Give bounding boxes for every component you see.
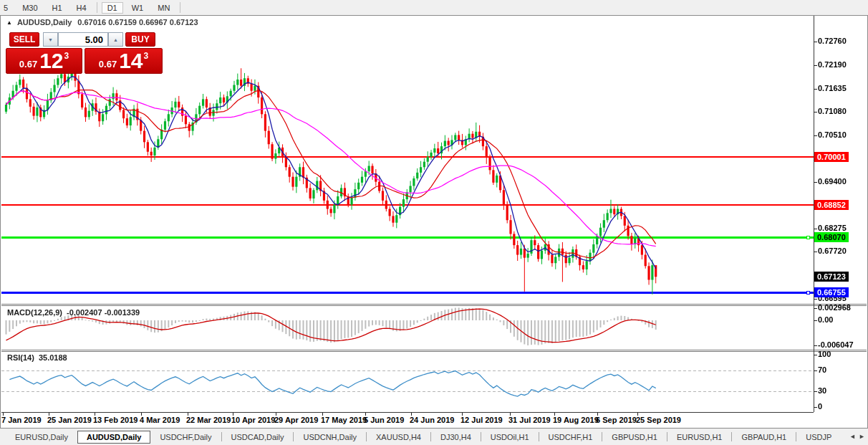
sell-price-box[interactable]: 0.67 12 3 xyxy=(6,48,82,74)
rsi-value: 35.0188 xyxy=(39,353,67,362)
chart-header: ▲ AUDUSD,Daily 0.67016 0.67159 0.66967 0… xyxy=(6,18,198,27)
macd-axis-label: 0.00 xyxy=(818,315,833,324)
current-price-badge[interactable]: 0.67123 xyxy=(814,272,849,282)
price-axis-tick xyxy=(814,135,817,136)
date-axis-label: 25 Jan 2019 xyxy=(47,416,92,424)
tab-gbpusd-h1[interactable]: GBPUSD,H1 xyxy=(602,431,667,444)
tab-audusd-daily[interactable]: AUDUSD,Daily xyxy=(77,431,150,444)
level-drag-handle[interactable] xyxy=(806,291,810,295)
price-axis-label: 0.72190 xyxy=(818,60,847,69)
tf-w1-button[interactable]: W1 xyxy=(126,2,150,14)
chart-ohlc-values: 0.67016 0.67159 0.66967 0.67123 xyxy=(77,18,198,27)
price-axis-label: 0.71080 xyxy=(818,107,847,115)
rsi-indicator-label: RSI(14)35.0188 xyxy=(7,353,72,362)
tab-usdcnh-daily[interactable]: USDCNH,Daily xyxy=(294,431,366,444)
price-axis-tick xyxy=(814,345,817,346)
buy-button[interactable]: BUY xyxy=(125,32,155,47)
level-price-badge[interactable]: 0.66755 xyxy=(814,287,849,297)
price-axis-tick xyxy=(814,299,817,300)
volume-input[interactable] xyxy=(58,32,108,47)
rsi-axis-label: 0 xyxy=(818,402,822,411)
price-axis-line xyxy=(814,16,814,412)
sell-price-sup: 3 xyxy=(64,51,69,61)
buy-price-big: 14 xyxy=(119,50,143,72)
sell-button[interactable]: SELL xyxy=(9,32,39,47)
tab-usdchf-h1[interactable]: USDCHF,H1 xyxy=(539,431,602,444)
date-axis-label: 10 Apr 2019 xyxy=(231,416,275,424)
date-axis-label: 31 Jul 2019 xyxy=(508,416,551,424)
level-drag-handle[interactable] xyxy=(806,236,810,239)
price-axis-tick xyxy=(814,391,817,392)
rsi-name: RSI(14) xyxy=(7,353,34,362)
price-axis-tick xyxy=(814,42,817,42)
timeframe-toolbar: 5 M30 H1 H4 D1 W1 MN xyxy=(0,0,868,15)
date-axis-label: 29 Apr 2019 xyxy=(274,416,318,424)
tab-dj30-h4[interactable]: DJ30,H4 xyxy=(431,431,481,444)
date-axis-label: 13 Feb 2019 xyxy=(93,416,138,424)
chart-tab-bar: EURUSD,DailyAUDUSD,DailyUSDCHF,DailyUSDC… xyxy=(0,429,868,445)
triangle-down-icon: ▼ xyxy=(48,37,53,42)
price-axis-tick xyxy=(814,355,817,355)
tab-gbpaud-h1[interactable]: GBPAUD,H1 xyxy=(732,431,796,444)
price-axis-tick xyxy=(814,112,817,113)
tab-eurusd-h1[interactable]: EURUSD,H1 xyxy=(667,431,732,444)
date-axis-label: 19 Aug 2019 xyxy=(553,416,599,424)
price-axis-tick xyxy=(814,308,817,309)
volume-decrease-button[interactable]: ▼ xyxy=(43,32,58,47)
buy-price-box[interactable]: 0.67 14 3 xyxy=(85,48,163,74)
macd-indicator-label: MACD(12,26,9)-0.002407 -0.001339 xyxy=(7,308,144,317)
date-axis-label: 7 Jan 2019 xyxy=(1,416,42,424)
panel-separator[interactable] xyxy=(1,350,867,350)
toolbar-separator xyxy=(97,2,97,13)
price-axis-tick xyxy=(814,229,817,229)
tf-mn-button[interactable]: MN xyxy=(152,2,175,14)
date-axis-line xyxy=(1,412,814,413)
tab-usdchf-daily[interactable]: USDCHF,Daily xyxy=(150,431,221,444)
rsi-axis-label: 30 xyxy=(818,386,826,395)
rsi-axis-label: 70 xyxy=(818,365,826,374)
level-price-badge[interactable]: 0.68852 xyxy=(814,200,849,210)
tab-xauusd-h4[interactable]: XAUUSD,H4 xyxy=(367,431,430,444)
price-axis-label: 0.68275 xyxy=(818,224,847,232)
price-axis-tick xyxy=(814,370,817,371)
panel-separator xyxy=(1,305,867,306)
tf-h4-button[interactable]: H4 xyxy=(71,2,92,14)
toolbar-separator xyxy=(180,2,180,13)
tab-scroll-right-button[interactable]: ► xyxy=(859,433,865,440)
price-axis-label: 0.71635 xyxy=(818,84,847,92)
date-axis-label: 6 Sep 2019 xyxy=(596,416,637,424)
price-axis-tick xyxy=(814,65,817,66)
volume-increase-button[interactable]: ▲ xyxy=(108,32,123,47)
tf-m5-button[interactable]: 5 xyxy=(0,2,14,14)
rsi-panel-canvas[interactable] xyxy=(1,352,814,411)
macd-axis-label: -0.006047 xyxy=(818,340,854,349)
tf-d1-button[interactable]: D1 xyxy=(102,2,123,14)
level-price-badge[interactable]: 0.68070 xyxy=(814,232,849,242)
buy-price-small: 0.67 xyxy=(99,59,117,70)
tab-scroll-left-button[interactable]: ◄ xyxy=(849,433,856,440)
level-price-badge[interactable]: 0.70001 xyxy=(814,152,849,162)
price-axis-tick xyxy=(814,407,817,408)
date-axis-label: 24 Jun 2019 xyxy=(410,416,454,424)
date-axis-label: 25 Sep 2019 xyxy=(636,416,681,424)
macd-name: MACD(12,26,9) xyxy=(7,308,62,317)
tab-usdcad-daily[interactable]: USDCAD,Daily xyxy=(222,431,294,444)
tf-h1-button[interactable]: H1 xyxy=(47,2,68,14)
price-axis-tick xyxy=(814,182,817,183)
chart-symbol-title: AUDUSD,Daily xyxy=(17,18,72,27)
date-axis-label: 4 Mar 2019 xyxy=(140,416,180,424)
panel-separator[interactable] xyxy=(1,304,867,305)
date-axis-label: 22 Mar 2019 xyxy=(186,416,231,424)
date-axis-label: 17 May 2019 xyxy=(321,416,367,424)
tab-usdoil-h1[interactable]: USDOil,H1 xyxy=(481,431,539,444)
tf-m30-button[interactable]: M30 xyxy=(16,2,43,14)
macd-axis-label: 0.002968 xyxy=(818,303,851,312)
buy-price-sup: 3 xyxy=(144,51,149,61)
tab-usdjp[interactable]: USDJP xyxy=(796,431,841,444)
sell-price-small: 0.67 xyxy=(19,59,37,70)
tab-eurusd-daily[interactable]: EURUSD,Daily xyxy=(6,431,77,444)
one-click-panel-toggle-icon[interactable]: ▲ xyxy=(6,19,12,26)
price-axis-tick xyxy=(814,89,817,90)
date-axis-label: 12 Jul 2019 xyxy=(460,416,503,424)
sell-price-big: 12 xyxy=(39,50,63,72)
